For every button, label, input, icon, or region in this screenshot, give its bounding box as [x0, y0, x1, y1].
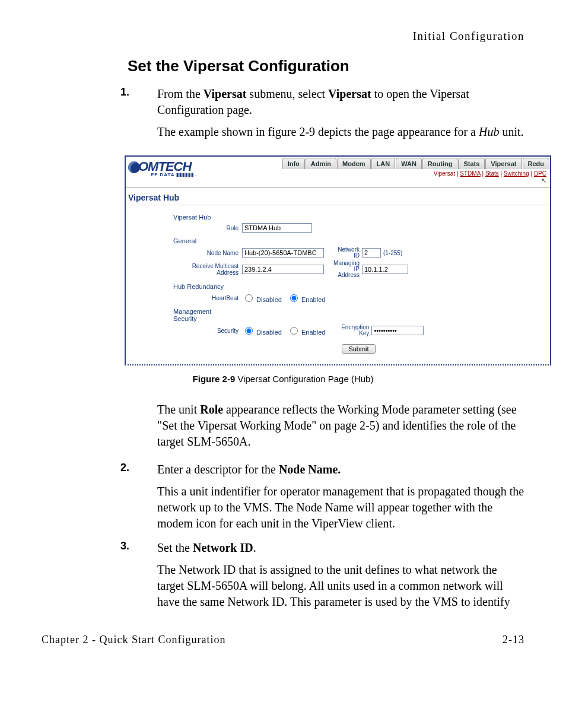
enabled-label: Enabled [301, 296, 325, 303]
footer-right: 2-13 [503, 634, 524, 646]
logo: OMTECH EF DATA ▮▮▮▮▮▮.. [126, 157, 202, 177]
tab-lan[interactable]: LAN [371, 158, 396, 169]
figure-caption: Figure 2-9 Vipersat Configuration Page (… [42, 374, 524, 384]
role-input[interactable] [242, 223, 312, 233]
text: The example shown in figure 2-9 depicts … [157, 125, 479, 138]
heartbeat-disabled-radio[interactable] [245, 294, 253, 302]
step-1-text: From the Vipersat submenu, select Vipers… [157, 86, 524, 118]
heartbeat-disabled-option[interactable]: Disabled [242, 296, 282, 303]
footer-left: Chapter 2 - Quick Start Configuration [42, 634, 225, 646]
figure-screenshot: OMTECH EF DATA ▮▮▮▮▮▮.. Info Admin Modem… [125, 155, 551, 365]
heartbeat-enabled-radio[interactable] [290, 294, 298, 302]
subnav-vipersat[interactable]: Vipersat [434, 170, 456, 177]
section-hub-redundancy: Hub Redundancy [173, 283, 544, 290]
tab-vipersat[interactable]: Vipersat [485, 158, 522, 169]
text: The unit [157, 403, 200, 416]
tab-info[interactable]: Info [282, 158, 305, 169]
section-title: Set the Vipersat Configuration [128, 57, 524, 75]
node-name-input[interactable] [242, 248, 324, 257]
text-bold: Role [200, 403, 223, 416]
text-bold: Node Name. [279, 463, 341, 476]
step-3-follow: The Network ID that is assigned to the u… [157, 562, 524, 610]
step-1-follow: The example shown in figure 2-9 depicts … [157, 124, 524, 140]
text: . [253, 541, 256, 554]
role-label: Role [173, 225, 242, 231]
security-disabled-radio[interactable] [245, 327, 253, 335]
step-2-follow: This a unit indentifier for operator man… [157, 484, 524, 532]
heartbeat-enabled-option[interactable]: Enabled [287, 296, 325, 303]
step-1-number: 1. [120, 86, 138, 118]
disabled-label-2: Disabled [256, 329, 282, 336]
enabled-label-2: Enabled [301, 329, 325, 336]
submit-button[interactable]: Submit [342, 344, 375, 354]
disabled-label: Disabled [256, 296, 282, 303]
text: unit. [499, 125, 523, 138]
tab-wan[interactable]: WAN [396, 158, 422, 169]
security-disabled-option[interactable]: Disabled [242, 329, 282, 336]
form-area: Vipersat Hub Role General Node Name Netw… [126, 205, 550, 364]
between-paragraph: The unit Role appearance reflects the Wo… [157, 402, 524, 450]
text-italic: Hub [479, 125, 499, 138]
text-bold: Vipersat [328, 87, 371, 100]
heartbeat-label: HeartBeat [173, 295, 242, 301]
section-management-security: Management Security [173, 308, 544, 322]
node-name-label: Node Name [173, 250, 242, 256]
step-3-number: 3. [120, 540, 138, 556]
section-vipersat-hub: Vipersat Hub [173, 214, 544, 221]
caption-bold: Figure 2-9 [193, 374, 236, 384]
sub-nav: Vipersat | STDMA | Stats | Switching | D… [202, 169, 550, 187]
security-enabled-radio[interactable] [290, 327, 298, 335]
tab-modem[interactable]: Modem [337, 158, 371, 169]
cursor-icon: ↖ [541, 177, 546, 185]
figure-header: OMTECH EF DATA ▮▮▮▮▮▮.. Info Admin Modem… [126, 157, 550, 187]
tab-redu[interactable]: Redu [523, 158, 550, 169]
tab-routing[interactable]: Routing [422, 158, 458, 169]
tab-stats[interactable]: Stats [458, 158, 485, 169]
tab-bar: Info Admin Modem LAN WAN Routing Stats V… [202, 157, 550, 169]
network-id-input[interactable] [362, 248, 381, 257]
text: submenu, select [246, 87, 328, 100]
subnav-switching[interactable]: Switching [504, 170, 529, 177]
tab-admin[interactable]: Admin [306, 158, 336, 169]
security-label: Security [173, 328, 242, 334]
encryption-key-label: Encryption Key [329, 325, 371, 336]
managing-ip-input[interactable] [362, 265, 408, 274]
caption-rest: Vipersat Configuration Page (Hub) [235, 374, 373, 384]
text: Set the [157, 541, 193, 554]
text-bold: Vipersat [203, 87, 247, 100]
panel-title: Vipersat Hub [126, 187, 550, 205]
step-3-text: Set the Network ID. [157, 540, 524, 556]
network-id-label: Network ID [324, 247, 362, 259]
text: Enter a descriptor for the [157, 463, 279, 476]
security-enabled-option[interactable]: Enabled [287, 329, 325, 336]
recv-multicast-input[interactable] [242, 265, 324, 274]
step-2-text: Enter a descriptor for the Node Name. [157, 462, 524, 478]
page-header: Initial Configuration [42, 30, 524, 43]
section-general: General [173, 237, 544, 244]
page-footer: Chapter 2 - Quick Start Configuration 2-… [42, 634, 524, 646]
managing-ip-label: Managing IP Address [324, 260, 362, 278]
text: From the [157, 87, 203, 100]
recv-multicast-label: Receive Multicast Address [173, 263, 242, 276]
subnav-stdma[interactable]: STDMA [460, 170, 480, 177]
text-bold: Network ID [193, 541, 253, 554]
subnav-dpc[interactable]: DPC [534, 170, 546, 177]
subnav-stats[interactable]: Stats [485, 170, 499, 177]
encryption-key-input[interactable] [371, 326, 424, 335]
step-2-number: 2. [120, 462, 138, 478]
network-id-hint: (1-255) [381, 250, 402, 256]
